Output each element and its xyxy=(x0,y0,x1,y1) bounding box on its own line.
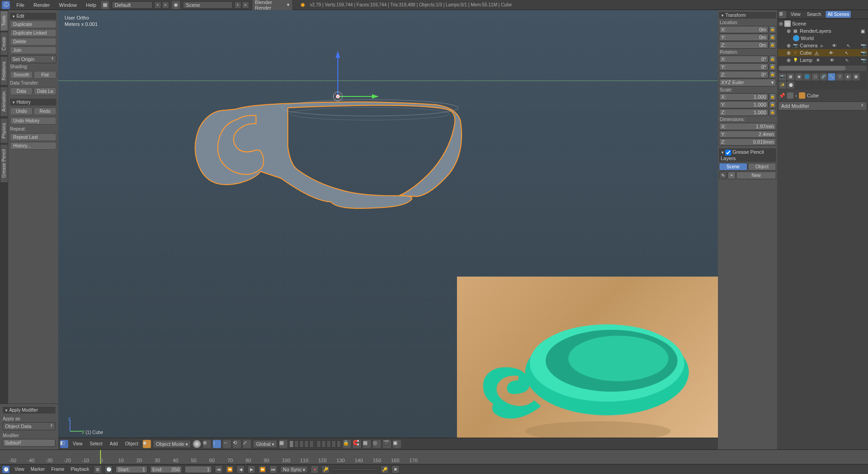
start-frame-field[interactable]: Start:1 xyxy=(115,466,147,473)
lock-icon[interactable]: 🔓 xyxy=(769,41,776,49)
tab-data-icon[interactable]: ▽ xyxy=(836,73,843,81)
lock-icon[interactable]: 🔓 xyxy=(769,34,776,41)
dim-z-field[interactable]: Z:0.819mm xyxy=(719,138,776,146)
timeline-track[interactable]: -50 -40 -30 -20 -10 0 10 20 30 40 50 60 … xyxy=(0,449,868,464)
lock-icon[interactable]: 🔓 xyxy=(769,26,776,33)
scale-y-field[interactable]: Y:1.000 xyxy=(719,101,768,108)
mode-icon[interactable]: ◆ xyxy=(143,440,151,448)
tree-row-world[interactable]: 🌐World xyxy=(778,35,867,42)
layers-icon[interactable]: ▣ xyxy=(861,29,866,34)
render-engine-dropdown[interactable]: Blender Render▾ xyxy=(252,0,293,11)
keyframe-prev-icon[interactable]: ⏪ xyxy=(226,465,234,474)
cursor-icon[interactable]: ↖ xyxy=(845,50,850,55)
menu-render[interactable]: Render xyxy=(29,2,55,8)
outliner-menu-view[interactable]: View xyxy=(789,11,803,18)
jump-end-icon[interactable]: ⏭ xyxy=(269,465,277,474)
tree-row-renderlayers[interactable]: ⊕▦RenderLayers▣ xyxy=(778,27,867,35)
proportional-edit-icon[interactable]: ◎ xyxy=(373,440,381,448)
grease-pencil-header[interactable]: Grease Pencil Layers xyxy=(719,148,776,162)
data-layout-button[interactable]: Data La xyxy=(34,87,56,95)
timeline-editor-icon[interactable]: 🕐 xyxy=(2,465,10,474)
info-editor-icon[interactable]: ⓘ xyxy=(2,1,10,9)
lock-icon[interactable]: 🔓 xyxy=(769,109,776,116)
apply-modifier-header[interactable]: Apply Modifier xyxy=(3,407,55,413)
tab-physics[interactable]: Physics xyxy=(0,118,8,143)
tab-modifiers-icon[interactable]: 🔧 xyxy=(828,73,835,81)
cursor-icon[interactable]: ↖ xyxy=(845,58,851,63)
tab-particles-icon[interactable]: ✨ xyxy=(779,81,786,89)
gp-pencil-icon[interactable]: ✎ xyxy=(719,171,727,179)
lock-icon[interactable]: 🔓 xyxy=(769,71,776,78)
render-icon[interactable]: 📷 xyxy=(861,43,866,48)
flat-button[interactable]: Flat xyxy=(34,71,56,79)
tab-object-icon[interactable]: ◻ xyxy=(812,73,819,81)
snap-type-icon[interactable]: ▦ xyxy=(363,440,371,448)
undo-history-button[interactable]: Undo History xyxy=(10,117,56,125)
editor-type-icon[interactable]: ◧ xyxy=(60,440,68,448)
set-origin-dropdown[interactable]: Set Origin xyxy=(10,55,56,63)
tree-row-cube[interactable]: ⊕▽Cube◬👁↖📷 xyxy=(778,49,867,56)
range-icon[interactable]: ⊞ xyxy=(94,465,102,474)
shading-sphere-icon[interactable] xyxy=(193,440,201,448)
gp-checkbox[interactable] xyxy=(725,150,731,156)
gp-add-icon[interactable]: + xyxy=(728,171,736,179)
outliner-tree[interactable]: ⊖◉Scene ⊕▦RenderLayers▣ 🌐World ⊕📷Camera▹… xyxy=(777,19,868,71)
transform-header[interactable]: Transform xyxy=(719,12,776,19)
tree-row-camera[interactable]: ⊕📷Camera▹👁↖📷 xyxy=(778,42,867,49)
tab-tools[interactable]: Tools xyxy=(0,10,8,31)
duplicate-button[interactable]: Duplicate xyxy=(10,20,56,28)
tab-scene-icon[interactable]: ◉ xyxy=(795,73,803,81)
rotation-mode-dropdown[interactable]: XYZ Euler▾ xyxy=(719,79,776,86)
layer-buttons[interactable] xyxy=(289,440,341,448)
dim-y-field[interactable]: Y:2.4mm xyxy=(719,131,776,138)
gp-new-button[interactable]: New xyxy=(736,171,776,179)
rot-x-field[interactable]: X:0° xyxy=(719,55,768,63)
tab-constraints-icon[interactable]: 🔗 xyxy=(820,73,827,81)
tab-relations[interactable]: Relations xyxy=(0,56,8,86)
tl-menu-marker[interactable]: Marker xyxy=(29,467,47,472)
data-button[interactable]: Data xyxy=(10,87,33,95)
loc-z-field[interactable]: Z:0m xyxy=(719,41,768,49)
delete-key-icon[interactable]: ✖ xyxy=(391,465,400,474)
layout-preset-dropdown[interactable]: Default xyxy=(112,1,153,9)
smooth-button[interactable]: Smooth xyxy=(10,71,33,79)
manipulator-toggle-icon[interactable]: ↕ xyxy=(213,440,221,448)
join-button[interactable]: Join xyxy=(10,46,56,54)
scale-x-field[interactable]: X:1.000 xyxy=(719,93,768,101)
tab-create[interactable]: Create xyxy=(0,32,8,55)
scene-add-button[interactable]: + xyxy=(234,1,241,9)
tab-material-icon[interactable]: ◐ xyxy=(844,73,852,81)
keying-set-icon[interactable]: 🔑 xyxy=(321,465,330,474)
rot-y-field[interactable]: Y:0° xyxy=(719,63,768,71)
outliner-editor-icon[interactable]: ≣ xyxy=(779,11,786,18)
auto-keyframe-icon[interactable]: ● xyxy=(311,465,319,474)
scene-icon[interactable]: ◉ xyxy=(172,1,180,9)
lock-camera-icon[interactable]: 🔒 xyxy=(343,440,351,448)
scale-z-field[interactable]: Z:1.000 xyxy=(719,109,768,116)
end-frame-field[interactable]: End:250 xyxy=(150,466,182,473)
menu-help[interactable]: Help xyxy=(81,2,101,8)
object-icon[interactable] xyxy=(799,92,805,99)
delete-button[interactable]: Delete xyxy=(10,38,56,45)
dim-x-field[interactable]: X:1.97mm xyxy=(719,123,776,130)
clock-icon[interactable]: 🕐 xyxy=(105,465,113,474)
jump-start-icon[interactable]: ⏮ xyxy=(215,465,223,474)
outliner-menu-search[interactable]: Search xyxy=(805,11,823,18)
scene-dropdown[interactable]: Scene xyxy=(183,1,233,9)
pivot-icon[interactable]: ⊕ xyxy=(203,440,211,448)
lock-icon[interactable]: 🔓 xyxy=(769,101,776,108)
cursor-icon[interactable]: ↖ xyxy=(847,43,852,48)
menu-file[interactable]: File xyxy=(12,2,29,8)
sync-dropdown[interactable]: No Sync ▾ xyxy=(280,466,308,473)
gpu-icon[interactable]: ▣ xyxy=(393,440,401,448)
3d-viewport[interactable]: User Ortho Meters x 0.001 z y (1) xyxy=(58,10,718,449)
loc-y-field[interactable]: Y:0m xyxy=(719,34,768,41)
layers-icon[interactable]: ▦ xyxy=(279,440,287,448)
duplicate-linked-button[interactable]: Duplicate Linked xyxy=(10,29,56,37)
outliner-scrollbar[interactable] xyxy=(778,66,867,71)
tab-texture-icon[interactable]: ▩ xyxy=(853,73,860,81)
manip-rotate-icon[interactable]: ⟲ xyxy=(233,440,241,448)
scene-icon[interactable] xyxy=(787,92,793,99)
render-icon[interactable]: 📷 xyxy=(861,58,866,63)
eye-icon[interactable]: 👁 xyxy=(832,43,838,48)
